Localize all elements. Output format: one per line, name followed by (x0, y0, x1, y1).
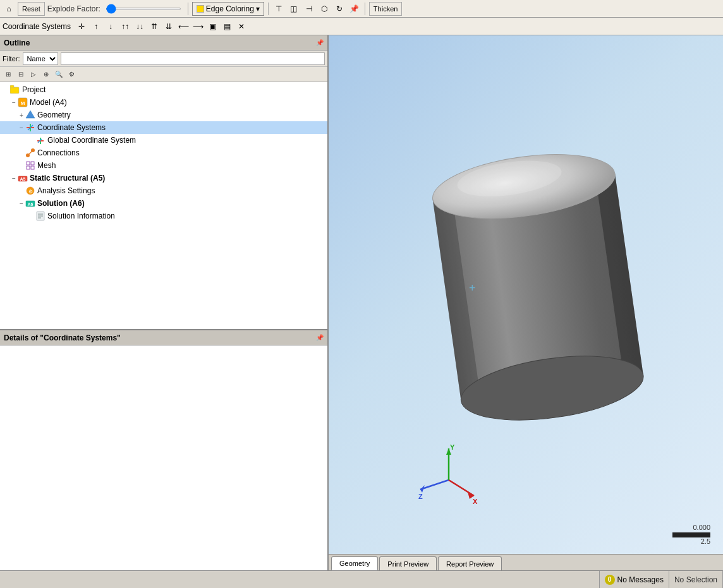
view-icon-5[interactable]: ↻ (333, 3, 346, 15)
mini-icon-5[interactable]: 🔍 (53, 69, 64, 80)
no-messages-msg: 0 No Messages (605, 575, 664, 585)
mini-icon-2[interactable]: ⊟ (15, 69, 27, 80)
tree-item-global-coord[interactable]: Global Coordinate System (0, 134, 327, 147)
geometry-icon (25, 110, 35, 120)
sep2 (268, 3, 269, 15)
viewport-tabs: Geometry Print Preview Report Preview (329, 554, 723, 570)
svg-marker-4 (26, 111, 35, 118)
top-toolbar: ⌂ Reset Explode Factor: Edge Coloring ▾ … (0, 0, 723, 18)
no-messages-label: No Messages (617, 575, 664, 584)
outline-header: Outline 📌 (0, 35, 327, 51)
label-mesh: Mesh (37, 161, 56, 170)
filter-input[interactable] (61, 52, 325, 65)
tree-item-geometry[interactable]: + Geometry (0, 109, 327, 121)
coord-icon-7[interactable]: ⇊ (162, 20, 175, 33)
cylinder-container (404, 86, 672, 495)
tree-item-solution-info[interactable]: Solution Information (0, 210, 327, 222)
status-messages: 0 No Messages (600, 571, 669, 588)
svg-line-34 (420, 480, 449, 489)
view-icon-1[interactable]: ⊤ (272, 3, 285, 15)
tree-item-analysis[interactable]: ⚙ Analysis Settings (0, 184, 327, 197)
toggle-static: − (10, 175, 18, 182)
static-icon: A5 (18, 173, 28, 183)
label-model: Model (A4) (30, 98, 67, 107)
coord-icon-1[interactable]: ✛ (75, 20, 88, 33)
edge-color-swatch (197, 5, 204, 13)
scale-value-bottom: 2.5 (672, 537, 710, 545)
outline-pin[interactable]: 📌 (316, 39, 324, 46)
tree-content: Project − M Model (A4) + Geometry (0, 82, 327, 329)
coord-icon-8[interactable]: ⟵ (177, 20, 190, 33)
toggle-solution: − (18, 200, 25, 207)
tab-geometry[interactable]: Geometry (331, 556, 378, 570)
svg-rect-15 (31, 162, 34, 165)
no-selection-label: No Selection (674, 575, 717, 584)
tree-item-coord-systems[interactable]: − Coordinate Systems (0, 121, 327, 134)
details-header: Details of "Coordinate Systems" 📌 (0, 330, 327, 345)
toolbar-home-icon[interactable]: ⌂ (3, 3, 15, 15)
mini-icon-3[interactable]: ▷ (28, 69, 39, 80)
sep1 (188, 3, 188, 15)
coord-icon-11[interactable]: ▤ (221, 20, 233, 33)
coord-toolbar-label: Coordinate Systems (3, 22, 71, 31)
axes-container: Z Y X (417, 442, 480, 507)
tab-print-preview[interactable]: Print Preview (379, 556, 437, 570)
details-section: Details of "Coordinate Systems" 📌 (0, 330, 327, 570)
label-sol-info: Solution Information (47, 212, 115, 220)
svg-text:⚙: ⚙ (28, 189, 33, 195)
view-icon-4[interactable]: ⬡ (318, 3, 331, 15)
filter-bar: Filter: Name (0, 51, 327, 67)
coord-icon-2[interactable]: ↑ (90, 20, 102, 33)
label-solution: Solution (A6) (37, 199, 85, 208)
analysis-icon: ⚙ (25, 186, 35, 196)
label-global-coord: Global Coordinate System (47, 136, 136, 145)
svg-text:A6: A6 (28, 202, 33, 207)
thicken-button[interactable]: Thicken (369, 2, 403, 16)
coord-close[interactable]: ✕ (235, 20, 248, 33)
status-bar: 0 No Messages No Selection (0, 570, 723, 588)
tree-item-static[interactable]: − A5 Static Structural (A5) (0, 172, 327, 184)
filter-label: Filter: (3, 55, 20, 63)
model-icon: M (18, 97, 28, 107)
mini-icon-1[interactable]: ⊞ (3, 69, 14, 80)
label-connections: Connections (37, 148, 80, 157)
scale-indicator: 0.000 2.5 (672, 524, 710, 545)
view-icon-3[interactable]: ⊣ (303, 3, 315, 15)
view-icon-2[interactable]: ◫ (288, 3, 300, 15)
tree-item-project[interactable]: Project (0, 83, 327, 96)
sol-info-icon (35, 211, 46, 221)
svg-text:M: M (21, 100, 25, 106)
tab-report-preview[interactable]: Report Preview (438, 556, 502, 570)
coord-icon-4[interactable]: ↑↑ (119, 20, 131, 33)
reset-button[interactable]: Reset (18, 2, 45, 16)
coord-icon-5[interactable]: ↓↓ (133, 20, 146, 33)
coord-icon-10[interactable]: ▣ (206, 20, 219, 33)
mini-icon-6[interactable]: ⚙ (66, 69, 77, 80)
scale-value-top: 0.000 (672, 524, 710, 531)
coord-icon-6[interactable]: ⇈ (148, 20, 161, 33)
pin-icon[interactable]: 📌 (348, 3, 361, 15)
svg-text:Y: Y (450, 443, 455, 451)
tree-item-mesh[interactable]: Mesh (0, 159, 327, 172)
tree-item-solution[interactable]: − A6 Solution (A6) (0, 197, 327, 210)
sep3 (365, 3, 365, 15)
coord-toolbar: Coordinate Systems ✛ ↑ ↓ ↑↑ ↓↓ ⇈ ⇊ ⟵ ⟶ ▣… (0, 18, 723, 35)
tree-item-model[interactable]: − M Model (A4) (0, 96, 327, 109)
cylinder-3d (406, 126, 671, 455)
svg-line-13 (28, 150, 33, 155)
svg-text:A5: A5 (20, 177, 26, 181)
global-coord-icon (35, 135, 46, 145)
details-pin[interactable]: 📌 (316, 334, 324, 341)
edge-coloring-button[interactable]: Edge Coloring ▾ (192, 2, 264, 16)
filter-select[interactable]: Name (23, 52, 58, 65)
svg-text:X: X (473, 498, 478, 505)
svg-rect-14 (27, 162, 30, 165)
viewport[interactable]: Z Y X + 0.000 2.5 Geometry (329, 35, 723, 570)
coord-icon-9[interactable]: ⟶ (191, 20, 204, 33)
toggle-model: − (10, 99, 18, 106)
coord-icon-3[interactable]: ↓ (104, 20, 117, 33)
explode-slider[interactable] (106, 8, 181, 10)
mini-icon-4[interactable]: ⊕ (40, 69, 52, 80)
tree-item-connections[interactable]: Connections (0, 147, 327, 159)
axes-svg: Z Y X (417, 442, 480, 505)
